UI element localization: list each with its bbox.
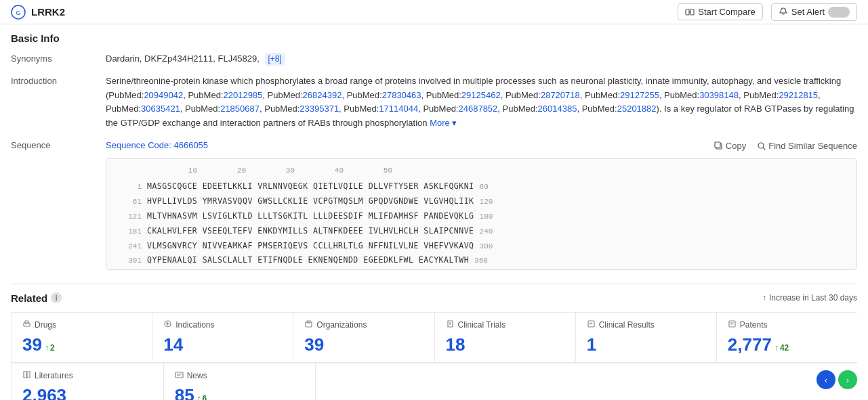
copy-icon bbox=[714, 141, 723, 150]
pubmed-link-6[interactable]: 28720718 bbox=[541, 90, 580, 100]
seq-residues-4: CKALHVLFER VSEEQLTEFV ENKDYMILLS ALTNFKD… bbox=[147, 224, 474, 238]
pubmed-link-8[interactable]: 30398148 bbox=[699, 90, 739, 100]
indications-card[interactable]: Indications 14 bbox=[152, 313, 293, 363]
find-similar-button[interactable]: Find Similar Sequence bbox=[757, 141, 857, 151]
svg-line-8 bbox=[763, 148, 765, 150]
pubmed-link-3[interactable]: 26824392 bbox=[303, 90, 342, 100]
svg-rect-2 bbox=[686, 9, 689, 15]
drugs-label-text: Drugs bbox=[35, 320, 56, 330]
pubmed-link-2[interactable]: 22012985 bbox=[223, 90, 262, 100]
set-alert-button[interactable]: Set Alert bbox=[771, 3, 857, 21]
patents-delta-value: 42 bbox=[780, 343, 789, 353]
indications-count: 14 bbox=[163, 334, 282, 355]
trend-arrow-icon: ↑ bbox=[762, 293, 766, 303]
trend-label: Increase in Last 30 days bbox=[769, 293, 857, 303]
clinical-results-count-value: 1 bbox=[587, 334, 596, 355]
trend-indicator: ↑ Increase in Last 30 days bbox=[762, 293, 857, 303]
pubmed-link-4[interactable]: 27830463 bbox=[382, 90, 421, 100]
pubmed-link-13[interactable]: 17114044 bbox=[379, 104, 418, 114]
introduction-row: Introduction Serine/threonine-protein ki… bbox=[11, 74, 857, 131]
indications-icon bbox=[163, 319, 172, 330]
seq-line-3: 121 MLTVHNASVM LSVIGLKTLD LLLTSGKITL LLL… bbox=[115, 209, 848, 224]
organizations-icon bbox=[304, 319, 313, 330]
seq-num-left-2: 61 bbox=[115, 196, 147, 209]
patents-card[interactable]: Patents 2,777 ↑ 42 bbox=[717, 313, 857, 363]
top-header: G LRRK2 Start Compare Set Alert bbox=[0, 0, 868, 24]
clinical-results-card[interactable]: Clinical Results 1 bbox=[576, 313, 717, 363]
organizations-card[interactable]: Organizations 39 bbox=[293, 313, 434, 363]
news-icon bbox=[175, 370, 184, 381]
pubmed-link-10[interactable]: 30635421 bbox=[141, 104, 180, 114]
gene-logo-icon: G bbox=[11, 5, 26, 20]
clinical-trials-icon bbox=[446, 319, 455, 330]
clinical-results-icon bbox=[587, 319, 596, 330]
patents-count: 2,777 ↑ 42 bbox=[728, 334, 846, 355]
compare-icon bbox=[685, 7, 695, 17]
literatures-label: Literatures bbox=[22, 370, 152, 381]
page-next-button[interactable]: › bbox=[838, 370, 857, 389]
pubmed-link-9[interactable]: 29212815 bbox=[779, 90, 818, 100]
pubmed-link-7[interactable]: 29127255 bbox=[620, 90, 659, 100]
seq-residues-6: QYPENAALQI SALSCLALLT ETIFNQDLE EKNENQEN… bbox=[147, 253, 469, 267]
clinical-trials-label-text: Clinical Trials bbox=[458, 320, 506, 330]
sequence-box[interactable]: 10 20 30 40 50 1 MASGSCQGCE EDEETLKKLI V… bbox=[106, 158, 857, 270]
patents-label-text: Patents bbox=[740, 320, 768, 330]
pubmed-link-16[interactable]: 25201882 bbox=[617, 104, 657, 114]
related-cards-row2: Literatures 2,963 News 85 ↑ 6 bbox=[11, 363, 857, 400]
sequence-row: Sequence Sequence Code: 4666055 Copy bbox=[11, 139, 857, 270]
drugs-count: 39 ↑ 2 bbox=[22, 334, 141, 355]
find-similar-icon bbox=[757, 141, 766, 150]
alert-toggle[interactable] bbox=[828, 7, 850, 18]
ruler-40: 40 bbox=[296, 164, 345, 177]
seq-residues-1: MASGSCQGCE EDEETLKKLI VRLNNVQEGK QIETLVQ… bbox=[147, 179, 474, 194]
literatures-count-value: 2,963 bbox=[22, 385, 66, 400]
literatures-card[interactable]: Literatures 2,963 bbox=[12, 363, 164, 400]
clinical-results-label-text: Clinical Results bbox=[599, 320, 655, 330]
clinical-trials-card[interactable]: Clinical Trials 18 bbox=[435, 313, 576, 363]
seq-residues-5: VLMSGNVRCY NIVVEAMKAF PMSERIQEVS CCLLHRL… bbox=[147, 239, 474, 253]
patents-count-value: 2,777 bbox=[728, 334, 772, 355]
synonyms-label: Synonyms bbox=[11, 52, 106, 64]
copy-button[interactable]: Copy bbox=[714, 141, 746, 151]
pubmed-link-5[interactable]: 29125462 bbox=[461, 90, 501, 100]
patents-label: Patents bbox=[728, 319, 846, 330]
drugs-card[interactable]: Drugs 39 ↑ 2 bbox=[12, 313, 152, 363]
svg-rect-22 bbox=[175, 372, 183, 378]
seq-line-6: 301 QYPENAALQI SALSCLALLT ETIFNQDLE EKNE… bbox=[115, 253, 848, 268]
main-content: Basic Info Synonyms Dardarin, DKFZp434H2… bbox=[0, 24, 868, 400]
related-header: Related i ↑ Increase in Last 30 days bbox=[11, 284, 857, 304]
svg-rect-6 bbox=[715, 142, 720, 148]
pubmed-link-1[interactable]: 20949042 bbox=[144, 90, 183, 100]
drugs-label: Drugs bbox=[22, 319, 141, 330]
seq-line-7: 361 RKNKHVQEAA CWALNNLIMY QNSLHEKIGD EDG… bbox=[115, 268, 848, 270]
seq-num-right-5: 300 bbox=[474, 240, 493, 254]
sequence-header: Sequence Code: 4666055 Copy bbox=[106, 139, 857, 153]
clinical-trials-count-value: 18 bbox=[446, 334, 466, 355]
alert-icon bbox=[779, 7, 788, 17]
sequence-content: Sequence Code: 4666055 Copy bbox=[106, 139, 857, 270]
related-title: Related i bbox=[11, 292, 62, 304]
pubmed-link-15[interactable]: 26014385 bbox=[538, 104, 577, 114]
seq-num-right-3: 180 bbox=[474, 210, 493, 224]
seq-residues-3: MLTVHNASVM LSVIGLKTLD LLLTSGKITL LLLDEES… bbox=[147, 209, 474, 223]
seq-num-left-4: 181 bbox=[115, 225, 147, 239]
synonyms-badge[interactable]: [+8] bbox=[265, 53, 285, 66]
page-prev-button[interactable]: ‹ bbox=[817, 370, 835, 389]
pubmed-link-14[interactable]: 24687852 bbox=[458, 104, 497, 114]
news-card[interactable]: News 85 ↑ 6 bbox=[164, 363, 316, 400]
related-info-icon[interactable]: i bbox=[51, 292, 62, 303]
pubmed-link-12[interactable]: 23395371 bbox=[299, 104, 339, 114]
organizations-count: 39 bbox=[304, 334, 423, 355]
more-link[interactable]: More ▾ bbox=[430, 116, 457, 131]
start-compare-button[interactable]: Start Compare bbox=[678, 3, 763, 20]
patents-delta-arrow: ↑ bbox=[774, 343, 779, 353]
compare-label: Start Compare bbox=[698, 7, 756, 17]
ruler-30: 30 bbox=[247, 164, 296, 177]
organizations-label-text: Organizations bbox=[316, 320, 367, 330]
pubmed-link-11[interactable]: 21850687 bbox=[220, 104, 260, 114]
organizations-count-value: 39 bbox=[304, 334, 324, 355]
introduction-value: Serine/threonine-protein kinase which ph… bbox=[106, 74, 857, 131]
organizations-label: Organizations bbox=[304, 319, 423, 330]
sequence-code-link[interactable]: Sequence Code: 4666055 bbox=[106, 139, 208, 153]
news-delta-value: 6 bbox=[203, 394, 207, 400]
